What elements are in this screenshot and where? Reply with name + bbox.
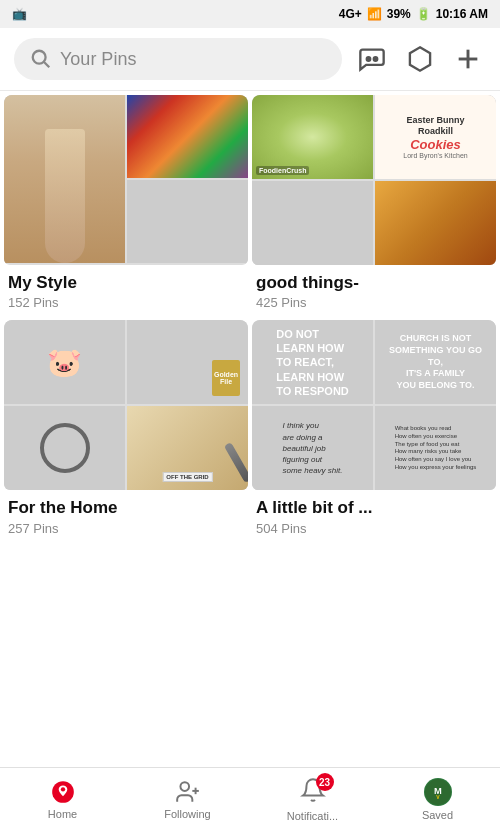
board-card-a-little-bit[interactable]: DO NOTLEARN HOWTO REACT,LEARN HOWTO RESP… — [252, 320, 496, 541]
notification-wrapper: 23 — [300, 777, 326, 807]
circle-decoration — [40, 423, 90, 473]
status-left: 📺 — [12, 7, 27, 21]
board-image-2 — [127, 95, 248, 178]
board-images-my-style — [4, 95, 248, 265]
board-count-my-style: 152 Pins — [8, 295, 244, 310]
top-nav: Your Pins — [0, 28, 500, 91]
svg-point-0 — [33, 51, 46, 64]
status-right: 4G+ 📶 39% 🔋 10:16 AM — [339, 7, 488, 21]
church-text-overlay: CHURCH IS NOTSOMETHING YOU GO TO,IT'S A … — [375, 320, 496, 404]
board-image-good-2: Easter BunnyRoadkill Cookies Lord Byron'… — [375, 95, 496, 179]
board-images-good-things: Easter BunnyRoadkill Cookies Lord Byron'… — [252, 95, 496, 265]
board-image-home-4: OFF THE GRID — [127, 406, 248, 490]
nav-item-saved[interactable]: M V Saved — [375, 772, 500, 827]
board-card-my-style[interactable]: My Style 152 Pins — [4, 95, 248, 316]
board-info-a-little-bit: A little bit of ... 504 Pins — [252, 490, 496, 541]
do-not-text: DO NOTLEARN HOWTO REACT,LEARN HOWTO RESP… — [276, 327, 349, 398]
network-indicator: 4G+ — [339, 7, 362, 21]
svg-line-1 — [44, 62, 50, 68]
board-image-1 — [4, 95, 125, 263]
easter-bunny-overlay: Easter BunnyRoadkill Cookies Lord Byron'… — [375, 95, 496, 179]
nav-label-notifications: Notificati... — [287, 810, 338, 822]
easter-title: Easter BunnyRoadkill — [406, 115, 464, 137]
add-pin-button[interactable] — [450, 41, 486, 77]
battery-icon: 🔋 — [416, 7, 431, 21]
board-image-bit-2: CHURCH IS NOTSOMETHING YOU GO TO,IT'S A … — [375, 320, 496, 404]
think-text-overlay: I think youare doing abeautiful jobfigur… — [252, 406, 373, 490]
nav-item-notifications[interactable]: 23 Notificati... — [250, 771, 375, 828]
think-text: I think youare doing abeautiful jobfigur… — [282, 420, 342, 476]
nav-item-home[interactable]: Home — [0, 773, 125, 826]
small-text: What books you readHow often you exercis… — [395, 425, 477, 472]
board-info-for-the-home: For the Home 257 Pins — [4, 490, 248, 541]
easter-cursive: Cookies — [410, 137, 461, 152]
time-display: 10:16 AM — [436, 7, 488, 21]
home-icon — [50, 779, 76, 805]
board-image-home-1: 🐷 — [4, 320, 125, 404]
svg-point-9 — [60, 787, 64, 791]
board-info-my-style: My Style 152 Pins — [4, 265, 248, 316]
church-text: CHURCH IS NOTSOMETHING YOU GO TO,IT'S A … — [381, 333, 490, 391]
notification-badge: 23 — [316, 773, 334, 791]
board-images-a-little-bit: DO NOTLEARN HOWTO REACT,LEARN HOWTO RESP… — [252, 320, 496, 490]
plus-icon — [454, 45, 482, 73]
board-count-for-the-home: 257 Pins — [8, 521, 244, 536]
board-info-good-things: good things- 425 Pins — [252, 265, 496, 316]
board-image-home-2: GoldenFile — [127, 320, 248, 404]
app-icon: 📺 — [12, 7, 27, 21]
board-image-good-4 — [375, 181, 496, 265]
pig-decoration: 🐷 — [47, 346, 82, 379]
board-count-a-little-bit: 504 Pins — [256, 521, 492, 536]
board-image-3 — [127, 180, 248, 263]
board-image-bit-1: DO NOTLEARN HOWTO REACT,LEARN HOWTO RESP… — [252, 320, 373, 404]
svg-point-10 — [180, 782, 189, 791]
nav-item-following[interactable]: Following — [125, 773, 250, 826]
board-image-home-3 — [4, 406, 125, 490]
bottom-nav: Home Following 23 Notificati... M V — [0, 767, 500, 831]
svg-marker-5 — [410, 47, 430, 70]
saved-avatar: M V — [424, 778, 452, 806]
board-image-bit-3: I think youare doing abeautiful jobfigur… — [252, 406, 373, 490]
board-image-good-3 — [252, 181, 373, 265]
board-count-good-things: 425 Pins — [256, 295, 492, 310]
board-title-my-style: My Style — [8, 273, 244, 293]
svg-point-2 — [367, 57, 371, 61]
board-title-for-the-home: For the Home — [8, 498, 244, 518]
settings-button[interactable] — [402, 41, 438, 77]
svg-point-3 — [374, 57, 378, 61]
message-icon — [358, 45, 386, 73]
board-card-good-things[interactable]: Easter BunnyRoadkill Cookies Lord Byron'… — [252, 95, 496, 316]
board-card-for-the-home[interactable]: 🐷 GoldenFile OFF THE GRID For the Home 2… — [4, 320, 248, 541]
easter-sub: Lord Byron's Kitchen — [403, 152, 467, 159]
golden-file-tag: GoldenFile — [212, 360, 240, 396]
search-bar[interactable]: Your Pins — [14, 38, 342, 80]
do-not-text-overlay: DO NOTLEARN HOWTO REACT,LEARN HOWTO RESP… — [252, 320, 373, 404]
board-title-good-things: good things- — [256, 273, 492, 293]
search-icon — [30, 48, 52, 70]
nav-label-following: Following — [164, 808, 210, 820]
board-image-good-1 — [252, 95, 373, 179]
nav-label-saved: Saved — [422, 809, 453, 821]
status-bar: 📺 4G+ 📶 39% 🔋 10:16 AM — [0, 0, 500, 28]
board-image-bit-4: What books you readHow often you exercis… — [375, 406, 496, 490]
following-icon — [175, 779, 201, 805]
small-text-overlay: What books you readHow often you exercis… — [375, 406, 496, 490]
signal-icon: 📶 — [367, 7, 382, 21]
saved-avatar-img: M V — [425, 779, 451, 805]
off-grid-tag: OFF THE GRID — [162, 472, 212, 482]
battery-level: 39% — [387, 7, 411, 21]
board-title-a-little-bit: A little bit of ... — [256, 498, 492, 518]
messages-button[interactable] — [354, 41, 390, 77]
nav-label-home: Home — [48, 808, 77, 820]
pins-grid: My Style 152 Pins Easter BunnyRoadkill C… — [0, 91, 500, 546]
hexagon-icon — [406, 45, 434, 73]
search-placeholder: Your Pins — [60, 49, 136, 70]
board-images-for-the-home: 🐷 GoldenFile OFF THE GRID — [4, 320, 248, 490]
